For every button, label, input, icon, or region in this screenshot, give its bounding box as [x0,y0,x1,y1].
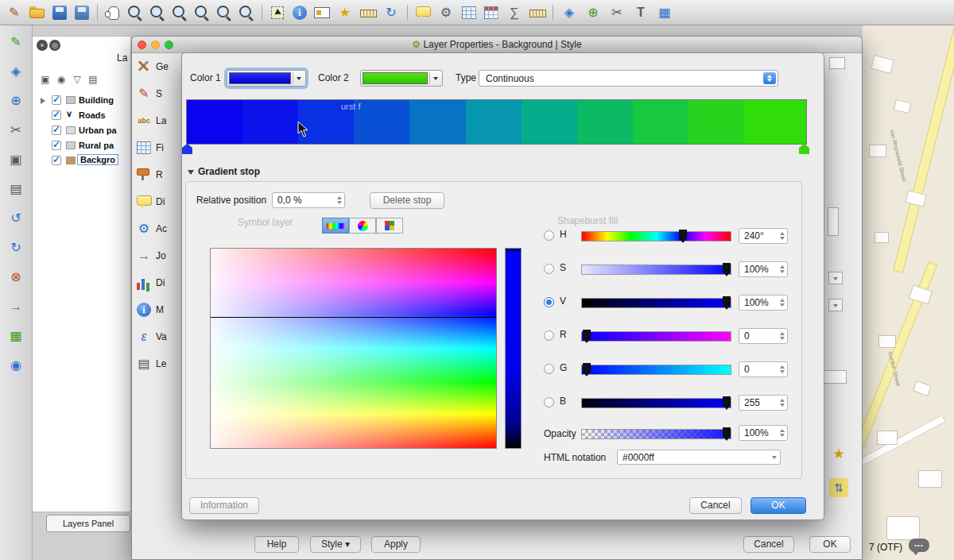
open-project-icon[interactable] [29,4,46,21]
ok-button[interactable]: OK [750,497,806,514]
tab-joins[interactable]: →Jo [135,247,181,268]
close-window-icon[interactable] [138,41,146,49]
feedback-bubble-icon[interactable]: ••• [909,539,929,552]
opacity-slider-handle[interactable] [723,427,731,441]
continue-line-icon[interactable]: → [6,296,26,317]
g-slider[interactable] [581,365,731,375]
label-tool-icon[interactable]: T [631,3,650,22]
redo-icon[interactable]: ↻ [6,238,26,258]
dialog-titlebar[interactable]: ⚙ Layer Properties - Background | Style [132,37,862,53]
tab-variables[interactable]: εVa [135,328,181,349]
cut-features-icon[interactable]: ✂ [6,120,26,141]
layer-checkbox[interactable]: ✓ [52,95,61,105]
layers-panel-tab[interactable]: Layers Panel [46,515,130,532]
radio-g[interactable] [544,364,554,374]
manage-visibility-icon[interactable]: ◉ [55,73,68,86]
s-spinbox[interactable]: 100% [739,261,788,277]
split-features-icon[interactable]: ✂ [607,3,626,22]
save-as-icon[interactable] [73,4,91,21]
h-spinbox[interactable]: 240° [739,228,788,244]
layer-checkbox[interactable]: ✓ [52,110,61,120]
statistics-icon[interactable]: ∑ [505,3,524,22]
g-slider-handle[interactable] [583,363,591,377]
tab-color-ramp[interactable] [322,218,349,234]
float-panel-icon[interactable]: ◎ [49,40,60,51]
tab-actions[interactable]: ⚙Ac [135,220,181,241]
copy-features-icon[interactable]: ▣ [6,149,26,170]
minimize-window-icon[interactable] [151,41,160,49]
s-slider-handle[interactable] [723,263,731,276]
favorites-star-icon[interactable]: ★ [829,445,848,464]
r-spinbox[interactable]: 0 [739,328,788,344]
dropdown-fragment[interactable] [828,272,843,284]
tab-rendering[interactable]: R [135,166,181,187]
r-slider[interactable] [581,331,731,342]
gradient-stop-left[interactable] [182,144,192,154]
v-channel-slider[interactable] [581,298,731,308]
layer-item-roads[interactable]: Roads [79,110,106,120]
map-tips-icon[interactable] [414,4,432,21]
radio-r[interactable] [544,330,554,341]
zoom-next-icon[interactable] [238,4,255,21]
opacity-spinbox[interactable]: 100% [739,425,788,441]
move-feature-icon[interactable]: ◈ [6,61,26,82]
expander-icon[interactable] [41,98,45,104]
filter-legend-icon[interactable]: ▽ [71,73,83,86]
s-slider[interactable] [581,265,731,275]
zoom-out-icon[interactable] [149,4,166,21]
opacity-slider[interactable] [581,429,731,439]
html-notation-field[interactable]: #0000ff [617,450,781,465]
dialog-ok-button[interactable]: OK [809,536,851,553]
undo-icon[interactable]: ↺ [6,208,26,229]
tab-metadata[interactable]: iM [135,301,181,322]
color1-button[interactable] [227,70,306,87]
h-slider[interactable] [581,231,731,241]
add-feature-icon[interactable]: ⊕ [584,3,603,22]
b-slider-handle[interactable] [723,396,731,410]
b-spinbox[interactable]: 255 [739,395,788,411]
tab-legend[interactable]: ▤Le [135,355,181,376]
tab-display[interactable]: Di [135,193,181,214]
feature-form-icon[interactable] [313,4,331,21]
tab-fields[interactable]: Fi [135,139,181,160]
dialog-cancel-button[interactable]: Cancel [743,536,794,553]
help-button[interactable]: Help [254,536,299,553]
gradient-preview[interactable]: urst f [186,99,807,145]
information-button[interactable]: Information [189,497,259,514]
refresh-map-icon[interactable]: ↻ [382,3,401,22]
edit-pen-icon[interactable]: ✎ [5,3,24,22]
radio-s[interactable] [544,264,554,274]
h-slider-handle[interactable] [679,230,687,243]
type-dropdown[interactable]: Continuous [479,70,778,87]
layer-item-urban-parks[interactable]: Urban pa [79,126,117,135]
tab-color-wheel[interactable] [349,218,376,234]
tab-style[interactable]: ✎S [135,85,181,106]
digitize-polygon-icon[interactable]: ▦ [6,326,26,346]
zoom-last-icon[interactable] [215,4,233,21]
zoom-window-icon[interactable] [165,41,173,49]
pan-map-icon[interactable] [104,4,122,21]
map-canvas[interactable]: Van Rhyneveld Street Gordon Street 7 (OT… [863,25,954,560]
value-slider[interactable] [505,248,522,449]
add-group-icon[interactable]: ▣ [39,73,52,86]
zoom-full-icon[interactable] [193,4,211,21]
cancel-button[interactable]: Cancel [689,497,742,514]
radio-v[interactable] [544,297,554,307]
node-tool-icon[interactable]: ⊕ [6,91,26,111]
layer-checkbox[interactable]: ✓ [52,141,61,150]
toggle-editing-icon[interactable]: ◉ [6,355,26,376]
bookmarks-icon[interactable]: ★ [335,3,355,22]
delete-stop-button[interactable]: Delete stop [370,192,444,209]
b-slider[interactable] [581,398,731,408]
measure-area-icon[interactable] [529,4,546,21]
zoom-in-icon[interactable] [126,4,144,21]
select-features-icon[interactable] [269,4,286,21]
v-spinbox[interactable]: 100% [739,295,788,311]
zoom-native-icon[interactable] [171,4,188,21]
identify-features-icon[interactable]: i [291,4,308,21]
layer-checkbox[interactable]: ✓ [52,126,61,135]
radio-h[interactable] [544,230,554,241]
relative-position-spinbox[interactable]: 0,0 % [272,192,345,208]
tab-swatches[interactable] [376,218,403,234]
vertex-tool-icon[interactable]: ◈ [560,3,579,22]
